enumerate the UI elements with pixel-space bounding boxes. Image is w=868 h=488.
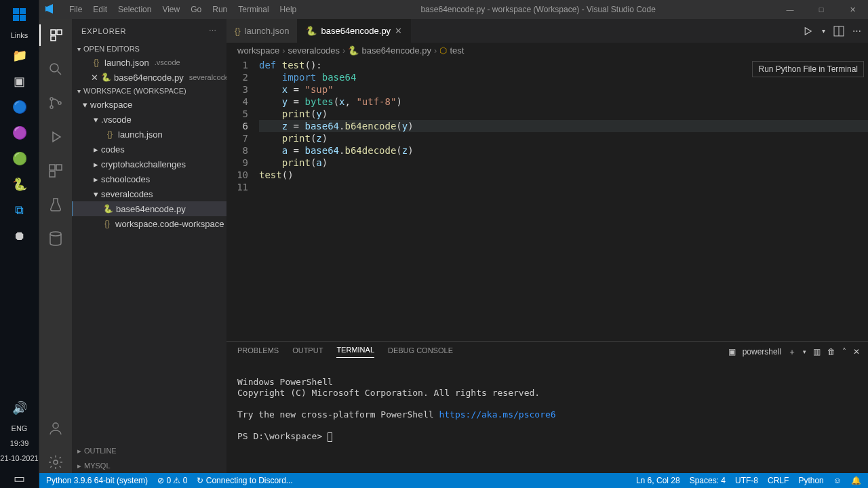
split-editor-icon[interactable] xyxy=(833,26,844,37)
activity-explorer-icon[interactable] xyxy=(39,24,72,46)
sidebar-more-icon[interactable]: ⋯ xyxy=(209,26,217,35)
status-python[interactable]: Python 3.9.6 64-bit (system) xyxy=(46,476,148,485)
status-feedback-icon[interactable]: ☺ xyxy=(833,476,842,485)
menu-edit[interactable]: Edit xyxy=(87,5,113,14)
menu-help[interactable]: Help xyxy=(275,5,302,14)
python-icon[interactable]: 🐍 xyxy=(10,175,29,194)
panel-tab-debug[interactable]: DEBUG CONSOLE xyxy=(388,346,453,358)
close-panel-icon[interactable]: ✕ xyxy=(853,347,860,357)
menu-run[interactable]: Run xyxy=(207,5,233,14)
activity-database-icon[interactable] xyxy=(39,228,72,249)
tree-folder[interactable]: ▸cryptohackchallenges xyxy=(72,157,226,171)
panel-tab-output[interactable]: OUTPUT xyxy=(292,346,323,358)
activity-test-icon[interactable] xyxy=(39,194,72,216)
start-button[interactable] xyxy=(10,5,29,24)
taskbar-time[interactable]: 19:39 xyxy=(10,439,29,447)
tree-folder[interactable]: ▸schoolcodes xyxy=(72,171,226,186)
open-editors-list: {}launch.json.vscode ✕🐍base64encode.pyse… xyxy=(72,55,226,85)
status-eol[interactable]: CRLF xyxy=(768,476,789,485)
menu-go[interactable]: Go xyxy=(185,5,207,14)
status-bell-icon[interactable]: 🔔 xyxy=(851,476,861,485)
open-editor-item[interactable]: {}launch.json.vscode xyxy=(72,55,226,70)
close-button[interactable]: ✕ xyxy=(837,5,868,14)
menu-selection[interactable]: Selection xyxy=(113,5,157,14)
line-number-gutter: 1234567891011 xyxy=(226,58,259,341)
status-cursor[interactable]: Ln 6, Col 28 xyxy=(636,476,680,485)
run-dropdown-icon[interactable]: ▾ xyxy=(822,27,825,35)
editor-group: {}launch.json 🐍base64encode.py✕ ▾ ⋯ Run … xyxy=(226,19,868,473)
tab-close-icon[interactable]: ✕ xyxy=(395,26,402,36)
minimize-button[interactable]: — xyxy=(774,5,806,14)
run-button[interactable] xyxy=(802,25,814,37)
svg-rect-1 xyxy=(20,8,26,14)
activity-debug-icon[interactable] xyxy=(39,126,72,148)
sidebar: EXPLORER ⋯ ▾OPEN EDITORS {}launch.json.v… xyxy=(72,19,226,473)
sound-icon[interactable]: 🔊 xyxy=(10,399,29,418)
chrome-icon[interactable]: 🔵 xyxy=(10,98,29,117)
tab-launch-json[interactable]: {}launch.json xyxy=(226,19,298,43)
window-title: base64encode.py - workspace (Workspace) … xyxy=(302,5,774,14)
breadcrumb[interactable]: workspace› severalcodes› 🐍base64encode.p… xyxy=(226,43,868,58)
taskbar-links[interactable]: Links xyxy=(11,31,28,39)
spotify-icon[interactable]: 🟢 xyxy=(10,149,29,168)
activity-bar xyxy=(39,19,72,473)
terminal-app-icon[interactable]: ▣ xyxy=(10,72,29,91)
discord-icon[interactable]: 🟣 xyxy=(10,123,29,142)
workspace-section[interactable]: ▾WORKSPACE (WORKSPACE) xyxy=(72,85,226,97)
svg-rect-9 xyxy=(56,165,62,170)
vscode-taskbar-icon[interactable]: ⧉ xyxy=(10,201,29,220)
menu-terminal[interactable]: Terminal xyxy=(233,5,274,14)
editor-more-icon[interactable]: ⋯ xyxy=(852,26,861,36)
tree-folder[interactable]: ▾.vscode xyxy=(72,112,226,127)
code-area[interactable]: def test(): import base64 x = "sup" y = … xyxy=(259,58,868,341)
svg-rect-2 xyxy=(13,15,19,21)
activity-search-icon[interactable] xyxy=(39,58,72,80)
maximize-button[interactable]: □ xyxy=(806,5,837,14)
tree-file[interactable]: 🐍base64encode.py xyxy=(72,201,226,216)
tree-file[interactable]: {}launch.json xyxy=(72,127,226,142)
tree-folder[interactable]: ▸codes xyxy=(72,142,226,157)
code-editor[interactable]: 1234567891011 def test(): import base64 … xyxy=(226,58,868,341)
terminal-output[interactable]: Windows PowerShell Copyright (C) Microso… xyxy=(226,362,868,473)
activity-source-control-icon[interactable] xyxy=(39,92,72,114)
tree-file[interactable]: {}workspace.code-workspace xyxy=(72,216,226,231)
panel-tab-problems[interactable]: PROBLEMS xyxy=(237,346,279,358)
new-terminal-icon[interactable]: ＋ xyxy=(788,346,796,358)
file-tree: ▾workspace ▾.vscode {}launch.json ▸codes… xyxy=(72,97,226,231)
split-terminal-icon[interactable]: ▥ xyxy=(813,347,821,357)
menu-view[interactable]: View xyxy=(157,5,185,14)
status-spaces[interactable]: Spaces: 4 xyxy=(690,476,726,485)
activity-settings-icon[interactable] xyxy=(39,451,72,473)
status-discord[interactable]: ↻ Connecting to Discord... xyxy=(197,476,292,485)
terminal-link[interactable]: https://aka.ms/pscore6 xyxy=(439,409,555,420)
tree-folder[interactable]: ▾workspace xyxy=(72,97,226,112)
outline-section[interactable]: ▸OUTLINE xyxy=(72,443,226,458)
open-editors-section[interactable]: ▾OPEN EDITORS xyxy=(72,43,226,55)
tree-folder[interactable]: ▾severalcodes xyxy=(72,186,226,201)
menu-file[interactable]: File xyxy=(64,5,87,14)
activity-extensions-icon[interactable] xyxy=(39,160,72,182)
status-problems[interactable]: ⊘ 0 ⚠ 0 xyxy=(157,476,187,485)
vscode-window: File Edit Selection View Go Run Terminal… xyxy=(39,0,868,488)
status-lang[interactable]: Python xyxy=(798,476,823,485)
panel-tab-terminal[interactable]: TERMINAL xyxy=(336,346,374,358)
file-explorer-icon[interactable]: 📁 xyxy=(10,46,29,65)
terminal-cursor xyxy=(328,432,332,442)
tray-icon[interactable]: ▭ xyxy=(10,469,29,488)
kill-terminal-icon[interactable]: 🗑 xyxy=(827,347,835,357)
mysql-section[interactable]: ▸MYSQL xyxy=(72,458,226,473)
sidebar-header: EXPLORER ⋯ xyxy=(72,19,226,43)
maximize-panel-icon[interactable]: ˄ xyxy=(842,347,846,357)
windows-taskbar: Links 📁 ▣ 🔵 🟣 🟢 🐍 ⧉ ⏺ 🔊 ENG 19:39 21-10-… xyxy=(0,0,39,488)
terminal-dropdown-icon[interactable]: ▾ xyxy=(803,348,806,355)
terminal-shell-name[interactable]: powershell xyxy=(743,347,781,357)
activity-account-icon[interactable] xyxy=(39,418,72,439)
svg-rect-10 xyxy=(50,171,55,177)
recorder-icon[interactable]: ⏺ xyxy=(10,226,29,245)
open-editor-item[interactable]: ✕🐍base64encode.pyseveralcodes xyxy=(72,70,226,85)
status-encoding[interactable]: UTF-8 xyxy=(735,476,758,485)
taskbar-lang[interactable]: ENG xyxy=(12,424,28,432)
terminal-shell-icon[interactable]: ▣ xyxy=(728,347,736,357)
tab-base64encode[interactable]: 🐍base64encode.py✕ xyxy=(298,19,411,43)
svg-point-5 xyxy=(50,98,53,100)
